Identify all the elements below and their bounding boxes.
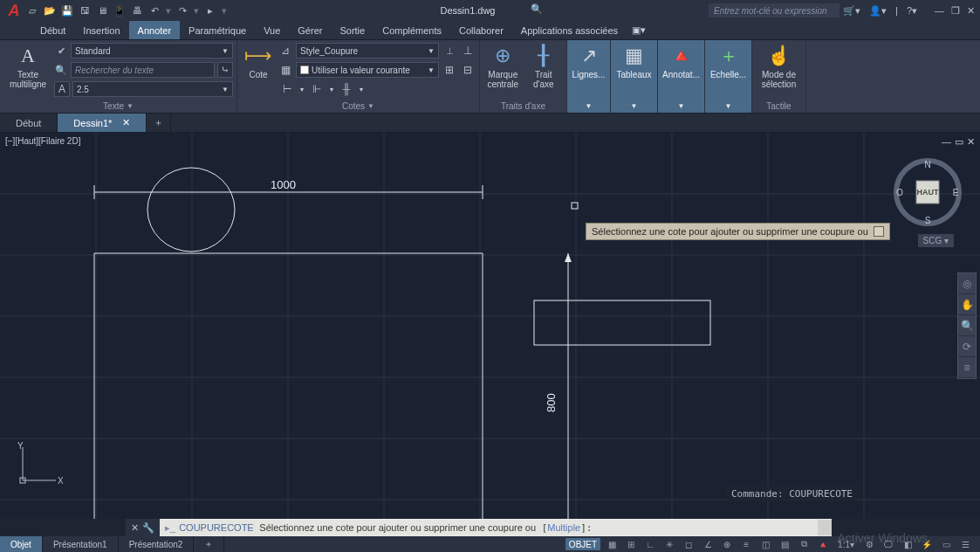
tab-parametrique[interactable]: Paramétrique — [180, 21, 255, 39]
tab-insertion[interactable]: Insertion — [74, 21, 128, 39]
status-qp-icon[interactable]: ▤ — [777, 538, 792, 550]
tab-collaborer[interactable]: Collaborer — [450, 21, 512, 39]
nav-wheel-icon[interactable]: ◎ — [958, 273, 976, 294]
plot-icon[interactable]: 🖶 — [131, 4, 143, 17]
vp-close-icon[interactable]: ✕ — [967, 136, 975, 148]
panel-drop-echelle[interactable]: ▼ — [709, 99, 748, 113]
cmd-expand-icon[interactable]: ▴ — [818, 520, 832, 535]
spellcheck-icon[interactable]: ✔ — [54, 44, 68, 58]
scg-badge[interactable]: SCG ▾ — [918, 234, 954, 247]
status-mode[interactable]: OBJET — [565, 538, 600, 550]
text-multiline-button[interactable]: A Texte multiligne — [3, 42, 52, 99]
cart-icon[interactable]: 🛒▾ — [843, 5, 860, 17]
tab-annoter[interactable]: Annoter — [129, 21, 181, 39]
layout-tab-p2[interactable]: Présentation2 — [119, 536, 195, 552]
doc-tab-start[interactable]: Début — [0, 114, 58, 132]
doc-tab-close-icon[interactable]: ✕ — [122, 117, 130, 128]
redo-icon[interactable]: ↷ — [176, 4, 188, 17]
title-search-icon[interactable]: 🔍 — [531, 3, 543, 15]
tab-sortie[interactable]: Sortie — [331, 21, 373, 39]
doc-tab-file[interactable]: Dessin1*✕ — [58, 114, 147, 132]
dim-style-dropdown[interactable]: Style_Coupure▼ — [296, 43, 439, 59]
status-ortho-icon[interactable]: ∟ — [642, 538, 658, 550]
status-custom-icon[interactable]: ☰ — [957, 538, 973, 550]
nav-orbit-icon[interactable]: ⟳ — [958, 336, 976, 357]
status-sc-icon[interactable]: ⧉ — [796, 538, 812, 550]
text-style-dropdown[interactable]: Standard▼ — [71, 43, 233, 59]
nav-zoom-icon[interactable]: 🔍 — [958, 315, 976, 336]
center-mark-button[interactable]: ⊕ Marque centrale — [483, 42, 523, 99]
tab-gerer[interactable]: Gérer — [289, 21, 331, 39]
status-polar-icon[interactable]: ✳ — [661, 538, 677, 550]
status-track-icon[interactable]: ∠ — [700, 538, 716, 550]
status-hw-icon[interactable]: ⚡ — [919, 538, 935, 550]
dim-continue-icon[interactable]: ⊩ — [309, 81, 325, 97]
saveas-icon[interactable]: 🖫 — [79, 4, 91, 17]
find-go-icon[interactable]: ⤷ — [217, 62, 233, 78]
dim-a-icon[interactable]: ⟂ — [442, 43, 457, 59]
status-ws-icon[interactable]: ⚙ — [861, 538, 877, 550]
status-iso-icon[interactable]: ◧ — [900, 538, 915, 550]
panel-title-texte[interactable]: Texte▼ — [3, 99, 233, 113]
tab-apps[interactable]: Applications associées — [512, 21, 627, 39]
panel-drop-tableaux[interactable]: ▼ — [614, 99, 654, 113]
layer-icon[interactable]: ▦ — [278, 62, 293, 78]
status-snap-icon[interactable]: ⊞ — [623, 538, 639, 550]
vp-max-icon[interactable]: ▭ — [955, 136, 963, 148]
panel-title-cotes[interactable]: Cotes▼ — [241, 99, 476, 113]
web-icon[interactable]: 🖥 — [96, 4, 108, 17]
new-icon[interactable]: ▱ — [26, 4, 38, 17]
dim-c-icon[interactable]: ⊞ — [442, 62, 457, 78]
status-trans-icon[interactable]: ◫ — [757, 538, 773, 550]
dim-layer-dropdown[interactable]: Utiliser la valeur courante▼ — [296, 62, 439, 78]
status-osnap-icon[interactable]: ◻ — [681, 538, 696, 550]
command-line[interactable]: ✕ 🔧 ▸_ COUPURECOTE Sélectionnez une cote… — [126, 519, 832, 536]
drawing-canvas[interactable]: [−][Haut][Filaire 2D] — ▭ ✕ 1000 800 — [0, 133, 980, 519]
tab-vue[interactable]: Vue — [255, 21, 289, 39]
tab-complements[interactable]: Compléments — [373, 21, 450, 39]
dim-d-icon[interactable]: ⊟ — [460, 62, 476, 78]
dimension-button[interactable]: ⟼ Cote — [241, 42, 276, 99]
save-icon[interactable]: 💾 — [61, 4, 73, 17]
leader-button[interactable]: ↗Lignes... — [571, 42, 607, 99]
centerline-button[interactable]: ╂ Trait d'axe — [524, 42, 564, 99]
panel-drop-annotat[interactable]: ▼ — [661, 99, 701, 113]
find-icon[interactable]: 🔍 — [54, 63, 68, 77]
keyword-search-input[interactable]: Entrez mot-clé ou expression — [709, 3, 840, 17]
status-clean-icon[interactable]: ▭ — [938, 538, 954, 550]
status-lwt-icon[interactable]: ≡ — [738, 538, 754, 550]
nav-more-icon[interactable]: ≡ — [958, 357, 976, 378]
doc-tab-new[interactable]: ＋ — [147, 114, 171, 132]
dim-linear-icon[interactable]: ⊢ — [279, 81, 295, 97]
undo-icon[interactable]: ↶ — [148, 4, 161, 17]
nav-pan-icon[interactable]: ✋ — [958, 294, 976, 315]
table-button[interactable]: ▦Tableaux — [614, 42, 654, 99]
touch-mode-button[interactable]: ☝Mode de sélection — [756, 42, 802, 99]
layout-tab-add[interactable]: ＋ — [194, 536, 224, 552]
restore-icon[interactable]: ❐ — [951, 5, 960, 17]
status-grid-icon[interactable]: ▦ — [604, 538, 620, 550]
panel-drop-lignes[interactable]: ▼ — [571, 99, 607, 113]
cmd-close-icon[interactable]: ✕ — [131, 522, 139, 534]
qat-more-icon[interactable]: ▸ — [204, 4, 216, 17]
anno-scale-button[interactable]: 🔺Annotat... — [661, 42, 701, 99]
open-icon[interactable]: 📂 — [44, 4, 56, 17]
text-height-dropdown[interactable]: 2.5▼ — [72, 81, 233, 97]
command-input[interactable]: ▸_ COUPURECOTE Sélectionnez une cote pou… — [160, 520, 818, 535]
mobile-icon[interactable]: 📱 — [113, 4, 126, 17]
account-icon[interactable]: 👤▾ — [869, 5, 887, 17]
viewcube[interactable]: HAUT N E S O — [893, 157, 963, 227]
layout-tab-p1[interactable]: Présentation1 — [43, 536, 119, 552]
layout-tab-model[interactable]: Objet — [0, 536, 43, 552]
text-height-picker-icon[interactable]: A — [54, 81, 70, 97]
vp-min-icon[interactable]: — — [942, 136, 951, 148]
dim-b-icon[interactable]: ⊥ — [460, 43, 476, 59]
status-anno-icon[interactable]: 🔺 — [815, 538, 831, 550]
close-icon[interactable]: ✕ — [967, 5, 975, 17]
tab-overflow-icon[interactable]: ▣▾ — [627, 21, 651, 39]
dimstyle-picker-icon[interactable]: ⊿ — [278, 43, 293, 59]
dim-baseline-icon[interactable]: ╫ — [339, 81, 354, 97]
cmd-custom-icon[interactable]: 🔧 — [142, 522, 154, 534]
minimize-icon[interactable]: — — [935, 5, 944, 17]
status-dyn-icon[interactable]: ⊕ — [719, 538, 735, 550]
